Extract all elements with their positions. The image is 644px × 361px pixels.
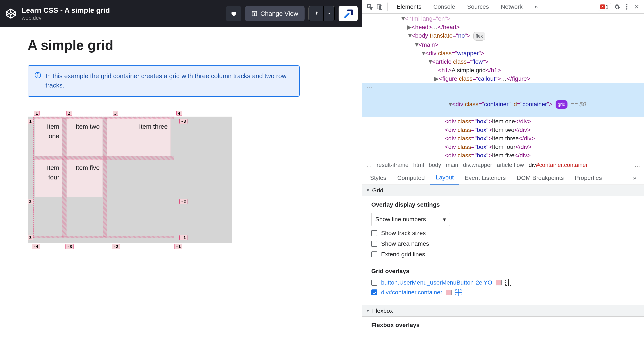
tab-network[interactable]: Network (495, 0, 528, 13)
dom-node[interactable]: <div class="box">Item four</div> (362, 143, 644, 151)
tab-sources[interactable]: Sources (461, 0, 495, 13)
error-counter[interactable]: ✕ 1 (598, 3, 611, 10)
subtab-styles[interactable]: Styles (364, 171, 392, 185)
checkbox-area-names[interactable] (371, 241, 377, 247)
pin-button[interactable] (308, 6, 324, 21)
inspect-element-button[interactable] (365, 0, 375, 13)
breadcrumb-overflow-right[interactable]: … (634, 162, 640, 168)
overlay-color-swatch[interactable] (496, 280, 502, 285)
subtab-properties[interactable]: Properties (569, 171, 608, 185)
info-icon (34, 72, 41, 90)
dom-node[interactable]: ▼<main> (362, 40, 644, 49)
heart-icon (230, 10, 237, 17)
devtools-pane: Elements Console Sources Network » ✕ 1 ▼… (362, 0, 644, 361)
kebab-icon (626, 3, 628, 10)
overlay-checkbox[interactable] (371, 280, 377, 286)
change-view-label: Change View (260, 10, 298, 17)
subtab-layout[interactable]: Layout (430, 171, 459, 185)
pin-dropdown-button[interactable] (324, 6, 335, 21)
close-icon (634, 4, 639, 9)
run-arrow-icon (343, 8, 353, 19)
subtabs-overflow[interactable]: » (628, 171, 642, 185)
overlay-checkbox[interactable] (371, 290, 377, 295)
dom-node[interactable]: <h1>A simple grid</h1> (362, 66, 644, 74)
dom-node[interactable]: <div class="box">Item five</div> (362, 151, 644, 159)
flexbox-overlays-heading: Flexbox overlays (371, 322, 635, 329)
pen-author: web.dev (22, 15, 222, 21)
svg-point-13 (626, 6, 628, 7)
dom-node[interactable]: ▶<head>…</head> (362, 23, 644, 31)
line-number: 1 (34, 111, 40, 116)
change-view-button[interactable]: Change View (245, 6, 304, 21)
svg-point-12 (626, 4, 628, 5)
checkbox-label: Extend grid lines (381, 251, 425, 258)
subtab-computed[interactable]: Computed (392, 171, 430, 185)
dom-node[interactable]: <div class="box">Item three</div> (362, 134, 644, 143)
dom-node[interactable]: <div class="box">Item one</div> (362, 117, 644, 126)
love-button[interactable] (226, 6, 241, 21)
grid-demo: 1 2 3 4 1 2 3 -3 -2 -1 -4 -3 -2 -1 Item … (28, 111, 232, 197)
codepen-header: Learn CSS - A simple grid web.dev Change… (0, 0, 362, 27)
dom-node[interactable]: <div class="box">Item two</div> (362, 126, 644, 134)
codepen-preview-pane: Learn CSS - A simple grid web.dev Change… (0, 0, 362, 361)
subtab-event-listeners[interactable]: Event Listeners (459, 171, 511, 185)
overlay-grid-icon[interactable] (506, 280, 511, 286)
dom-node[interactable]: ▼<body translate="no"> flex (362, 31, 644, 40)
flexbox-section-header[interactable]: ▼ Flexbox (362, 305, 644, 317)
tab-elements[interactable]: Elements (391, 0, 428, 13)
line-number: 4 (176, 111, 182, 116)
dom-node-selected[interactable]: ⋯ ▼<div class="container" id="container"… (362, 83, 644, 117)
dom-node[interactable]: ▼<article class="flow"> (362, 57, 644, 66)
svg-point-8 (38, 73, 38, 74)
run-button[interactable] (338, 6, 358, 21)
breadcrumb-item[interactable]: main (446, 162, 458, 168)
overlay-settings-heading: Overlay display settings (371, 201, 635, 208)
callout-text: In this example the grid container creat… (46, 71, 293, 90)
rendered-page: A simple grid In this example the grid c… (0, 27, 362, 361)
dom-node[interactable]: ▶<figure class="callout">…</figure> (362, 74, 644, 83)
devtools-settings-button[interactable] (612, 0, 622, 13)
header-actions: Change View (226, 6, 358, 21)
grid-item: Item four (35, 159, 62, 197)
callout: In this example the grid container creat… (28, 65, 300, 97)
chevron-down-icon: ▾ (443, 216, 446, 223)
overlay-row: div#container.container (371, 289, 635, 296)
dom-node[interactable]: ▼<div class="wrapper"> (362, 49, 644, 57)
line-numbers-select[interactable]: Show line numbers ▾ (371, 213, 450, 226)
grid-item: Item two (66, 118, 103, 156)
line-number: -3 (180, 119, 188, 124)
overlay-grid-icon[interactable] (456, 290, 462, 295)
layout-panel-scroll[interactable]: ▼ Grid Overlay display settings Show lin… (362, 185, 644, 361)
breadcrumb-item[interactable]: result-iframe (376, 162, 408, 168)
pen-title: Learn CSS - A simple grid (22, 6, 222, 14)
breadcrumb-item[interactable]: body (429, 162, 441, 168)
dom-tree[interactable]: ▼<html lang="en"> ▶<head>…</head> ▼<body… (362, 13, 644, 159)
breadcrumb-overflow-left[interactable]: … (366, 162, 372, 168)
gear-icon (614, 3, 620, 10)
dom-breadcrumb[interactable]: … result-iframe html body main div.wrapp… (362, 159, 644, 171)
line-number: -1 (174, 244, 182, 249)
breadcrumb-item[interactable]: article.flow (497, 162, 524, 168)
device-toolbar-button[interactable] (375, 0, 384, 13)
grid-item: Item three (107, 118, 171, 156)
tab-console[interactable]: Console (428, 0, 461, 13)
tabs-overflow[interactable]: » (528, 0, 544, 13)
grid-section-header[interactable]: ▼ Grid (362, 185, 644, 196)
breadcrumb-item[interactable]: html (413, 162, 424, 168)
dom-node[interactable]: ▼<html lang="en"> (362, 14, 644, 23)
checkbox-track-sizes[interactable] (371, 230, 377, 236)
line-number: 2 (28, 199, 33, 204)
overlay-name[interactable]: div#container.container (381, 289, 442, 296)
line-number: 1 (28, 119, 33, 124)
overlay-color-swatch[interactable] (446, 290, 452, 295)
breadcrumb-item-current[interactable]: div#container.container (528, 162, 588, 168)
grid-item: Item one (35, 118, 62, 156)
breadcrumb-item[interactable]: div.wrapper (463, 162, 492, 168)
devtools-close-button[interactable] (632, 0, 642, 13)
devtools-menu-button[interactable] (622, 0, 632, 13)
checkbox-label: Show area names (381, 240, 429, 247)
overlay-name[interactable]: button.UserMenu_userMenuButton-2eiYO (381, 279, 492, 286)
expand-gutter-icon[interactable]: ⋯ (365, 83, 374, 91)
subtab-dom-breakpoints[interactable]: DOM Breakpoints (511, 171, 570, 185)
checkbox-extend-lines[interactable] (371, 251, 377, 257)
